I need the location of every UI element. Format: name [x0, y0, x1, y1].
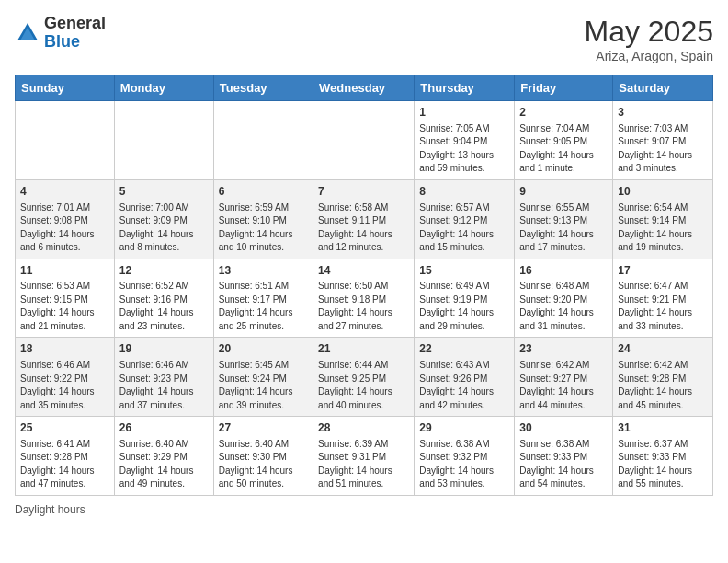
calendar-cell: 24Sunrise: 6:42 AM Sunset: 9:28 PM Dayli… — [613, 338, 713, 417]
day-number: 12 — [119, 263, 209, 279]
calendar-cell: 26Sunrise: 6:40 AM Sunset: 9:29 PM Dayli… — [114, 417, 213, 496]
calendar-cell — [16, 101, 115, 180]
title-block: May 2025 Ariza, Aragon, Spain — [584, 15, 713, 63]
calendar-cell: 6Sunrise: 6:59 AM Sunset: 9:10 PM Daylig… — [213, 179, 313, 259]
calendar-cell: 18Sunrise: 6:46 AM Sunset: 9:22 PM Dayli… — [16, 338, 115, 417]
day-number: 17 — [618, 263, 708, 279]
day-info: Sunrise: 6:55 AM Sunset: 9:13 PM Dayligh… — [519, 201, 608, 255]
day-number: 2 — [519, 105, 608, 121]
logo-general-text: General — [44, 14, 106, 32]
day-number: 13 — [219, 263, 308, 279]
calendar-header-tuesday: Tuesday — [213, 75, 313, 101]
calendar-cell: 17Sunrise: 6:47 AM Sunset: 9:21 PM Dayli… — [613, 259, 713, 338]
calendar-cell: 20Sunrise: 6:45 AM Sunset: 9:24 PM Dayli… — [213, 338, 313, 417]
day-info: Sunrise: 7:00 AM Sunset: 9:09 PM Dayligh… — [119, 201, 209, 255]
calendar-cell: 25Sunrise: 6:41 AM Sunset: 9:28 PM Dayli… — [16, 417, 115, 496]
day-number: 16 — [519, 263, 608, 279]
calendar-cell: 14Sunrise: 6:50 AM Sunset: 9:18 PM Dayli… — [313, 259, 415, 338]
day-number: 4 — [20, 184, 109, 200]
day-info: Sunrise: 6:58 AM Sunset: 9:11 PM Dayligh… — [318, 201, 409, 255]
day-number: 5 — [119, 184, 209, 200]
day-number: 8 — [419, 184, 509, 200]
day-info: Sunrise: 6:45 AM Sunset: 9:24 PM Dayligh… — [219, 359, 308, 412]
day-info: Sunrise: 7:05 AM Sunset: 9:04 PM Dayligh… — [419, 122, 509, 176]
calendar-week-row: 11Sunrise: 6:53 AM Sunset: 9:15 PM Dayli… — [16, 259, 713, 338]
day-number: 27 — [219, 420, 308, 436]
day-info: Sunrise: 6:42 AM Sunset: 9:27 PM Dayligh… — [519, 359, 608, 412]
calendar-cell — [114, 101, 213, 180]
logo: General Blue — [15, 15, 106, 52]
calendar-cell: 15Sunrise: 6:49 AM Sunset: 9:19 PM Dayli… — [415, 259, 515, 338]
day-info: Sunrise: 7:03 AM Sunset: 9:07 PM Dayligh… — [618, 122, 708, 176]
calendar-cell: 8Sunrise: 6:57 AM Sunset: 9:12 PM Daylig… — [415, 179, 515, 259]
calendar-cell: 7Sunrise: 6:58 AM Sunset: 9:11 PM Daylig… — [313, 179, 415, 259]
day-number: 6 — [219, 184, 308, 200]
calendar-cell: 5Sunrise: 7:00 AM Sunset: 9:09 PM Daylig… — [114, 179, 213, 259]
logo-blue-text: Blue — [44, 32, 80, 51]
day-info: Sunrise: 6:46 AM Sunset: 9:23 PM Dayligh… — [119, 359, 209, 412]
day-info: Sunrise: 6:46 AM Sunset: 9:22 PM Dayligh… — [20, 359, 109, 412]
calendar-cell: 16Sunrise: 6:48 AM Sunset: 9:20 PM Dayli… — [515, 259, 613, 338]
day-number: 30 — [519, 420, 608, 436]
footer: Daylight hours — [15, 503, 713, 516]
calendar-cell: 31Sunrise: 6:37 AM Sunset: 9:33 PM Dayli… — [613, 417, 713, 496]
calendar-cell: 11Sunrise: 6:53 AM Sunset: 9:15 PM Dayli… — [16, 259, 115, 338]
calendar-cell — [313, 101, 415, 180]
day-info: Sunrise: 6:51 AM Sunset: 9:17 PM Dayligh… — [219, 280, 308, 333]
calendar-cell: 30Sunrise: 6:38 AM Sunset: 9:33 PM Dayli… — [515, 417, 613, 496]
day-info: Sunrise: 6:49 AM Sunset: 9:19 PM Dayligh… — [419, 280, 509, 333]
calendar-header-monday: Monday — [114, 75, 213, 101]
day-info: Sunrise: 6:42 AM Sunset: 9:28 PM Dayligh… — [618, 359, 708, 412]
day-number: 29 — [419, 420, 509, 436]
day-number: 9 — [519, 184, 608, 200]
day-info: Sunrise: 6:52 AM Sunset: 9:16 PM Dayligh… — [119, 280, 209, 333]
calendar-header-thursday: Thursday — [415, 75, 515, 101]
day-info: Sunrise: 6:57 AM Sunset: 9:12 PM Dayligh… — [419, 201, 509, 255]
calendar-cell: 3Sunrise: 7:03 AM Sunset: 9:07 PM Daylig… — [613, 101, 713, 180]
day-number: 31 — [618, 420, 708, 436]
calendar-cell: 10Sunrise: 6:54 AM Sunset: 9:14 PM Dayli… — [613, 179, 713, 259]
day-number: 3 — [618, 105, 708, 121]
day-number: 19 — [119, 341, 209, 357]
day-info: Sunrise: 6:48 AM Sunset: 9:20 PM Dayligh… — [519, 280, 608, 333]
day-number: 23 — [519, 341, 608, 357]
logo-text: General Blue — [44, 15, 106, 52]
calendar-cell: 13Sunrise: 6:51 AM Sunset: 9:17 PM Dayli… — [213, 259, 313, 338]
day-number: 28 — [318, 420, 409, 436]
calendar-cell: 28Sunrise: 6:39 AM Sunset: 9:31 PM Dayli… — [313, 417, 415, 496]
calendar-header-wednesday: Wednesday — [313, 75, 415, 101]
calendar-header-sunday: Sunday — [16, 75, 115, 101]
calendar-cell: 1Sunrise: 7:05 AM Sunset: 9:04 PM Daylig… — [415, 101, 515, 180]
day-number: 1 — [419, 105, 509, 121]
day-number: 18 — [20, 341, 109, 357]
day-info: Sunrise: 6:40 AM Sunset: 9:29 PM Dayligh… — [119, 438, 209, 491]
day-number: 14 — [318, 263, 409, 279]
calendar-cell: 4Sunrise: 7:01 AM Sunset: 9:08 PM Daylig… — [16, 179, 115, 259]
calendar-week-row: 18Sunrise: 6:46 AM Sunset: 9:22 PM Dayli… — [16, 338, 713, 417]
day-number: 20 — [219, 341, 308, 357]
day-number: 15 — [419, 263, 509, 279]
calendar-cell: 12Sunrise: 6:52 AM Sunset: 9:16 PM Dayli… — [114, 259, 213, 338]
day-number: 10 — [618, 184, 708, 200]
calendar-cell: 29Sunrise: 6:38 AM Sunset: 9:32 PM Dayli… — [415, 417, 515, 496]
calendar-week-row: 4Sunrise: 7:01 AM Sunset: 9:08 PM Daylig… — [16, 179, 713, 259]
day-info: Sunrise: 6:39 AM Sunset: 9:31 PM Dayligh… — [318, 438, 409, 491]
page-header: General Blue May 2025 Ariza, Aragon, Spa… — [15, 15, 713, 63]
calendar-table: SundayMondayTuesdayWednesdayThursdayFrid… — [15, 75, 713, 496]
day-info: Sunrise: 7:01 AM Sunset: 9:08 PM Dayligh… — [20, 201, 109, 255]
day-number: 22 — [419, 341, 509, 357]
calendar-cell: 9Sunrise: 6:55 AM Sunset: 9:13 PM Daylig… — [515, 179, 613, 259]
calendar-cell: 19Sunrise: 6:46 AM Sunset: 9:23 PM Dayli… — [114, 338, 213, 417]
month-title: May 2025 — [584, 15, 713, 49]
day-info: Sunrise: 6:43 AM Sunset: 9:26 PM Dayligh… — [419, 359, 509, 412]
day-number: 26 — [119, 420, 209, 436]
day-info: Sunrise: 6:40 AM Sunset: 9:30 PM Dayligh… — [219, 438, 308, 491]
calendar-cell — [213, 101, 313, 180]
day-info: Sunrise: 6:50 AM Sunset: 9:18 PM Dayligh… — [318, 280, 409, 333]
day-info: Sunrise: 6:54 AM Sunset: 9:14 PM Dayligh… — [618, 201, 708, 255]
day-number: 24 — [618, 341, 708, 357]
day-number: 21 — [318, 341, 409, 357]
day-info: Sunrise: 6:53 AM Sunset: 9:15 PM Dayligh… — [20, 280, 109, 333]
day-info: Sunrise: 6:37 AM Sunset: 9:33 PM Dayligh… — [618, 438, 708, 491]
day-info: Sunrise: 6:44 AM Sunset: 9:25 PM Dayligh… — [318, 359, 409, 412]
